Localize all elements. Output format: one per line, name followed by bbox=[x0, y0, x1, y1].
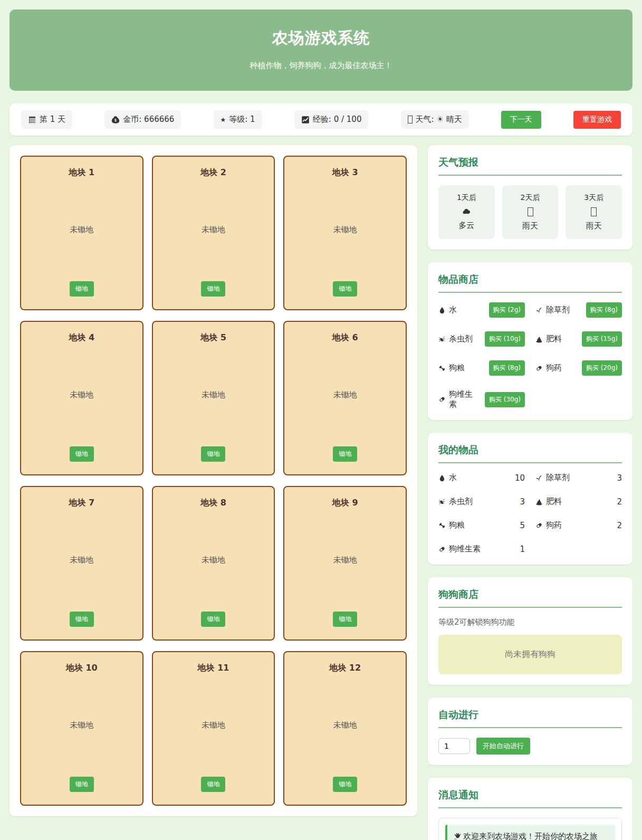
rain-tofu-icon bbox=[528, 207, 533, 216]
plot-status: 未锄地 bbox=[70, 390, 93, 400]
sidebar: 天气预报 1天后 多云 2天后 雨天 3天后 雨天 bbox=[428, 145, 633, 840]
hoe-button[interactable]: 锄地 bbox=[333, 281, 357, 297]
plot-status: 未锄地 bbox=[333, 720, 357, 730]
herb-icon bbox=[535, 307, 543, 314]
day-counter: 第 1 天 bbox=[21, 110, 72, 129]
shop-item-name: 狗粮 bbox=[449, 363, 465, 373]
plot-status: 未锄地 bbox=[202, 720, 225, 730]
reset-game-button[interactable]: 重置游戏 bbox=[573, 111, 621, 129]
shop-item-name: 水 bbox=[449, 305, 457, 315]
auto-days-input[interactable] bbox=[438, 738, 470, 754]
hoe-button[interactable]: 锄地 bbox=[70, 446, 94, 462]
messages-card: 消息通知 欢迎来到农场游戏！开始你的农场之旅吧！ bbox=[428, 778, 633, 840]
pill-icon bbox=[535, 365, 543, 372]
plot-status: 未锄地 bbox=[333, 225, 357, 235]
shop-item-water: 水 购买 (2g) bbox=[438, 302, 525, 318]
shop-item-name: 杀虫剂 bbox=[449, 334, 473, 344]
inventory-item-name: 狗维生素 bbox=[449, 544, 481, 554]
plot-title: 地块 2 bbox=[200, 167, 226, 178]
dog-empty-state: 尚未拥有狗狗 bbox=[438, 635, 622, 674]
plot-title: 地块 5 bbox=[200, 332, 226, 343]
plot-title: 地块 3 bbox=[332, 167, 358, 178]
weather-status-label: 天气: ☀ 晴天 bbox=[416, 114, 462, 125]
plot-card-1: 地块 1 未锄地 锄地 bbox=[20, 156, 143, 310]
hoe-button[interactable]: 锄地 bbox=[201, 281, 225, 297]
hoe-button[interactable]: 锄地 bbox=[201, 446, 225, 462]
hoe-button[interactable]: 锄地 bbox=[333, 446, 357, 462]
plot-title: 地块 6 bbox=[332, 332, 358, 343]
shop-item-dogfood: 狗粮 购买 (8g) bbox=[438, 360, 525, 376]
messages-title: 消息通知 bbox=[438, 788, 622, 808]
star-icon: ★ bbox=[221, 116, 226, 123]
hoe-button[interactable]: 锄地 bbox=[70, 281, 94, 297]
bone-icon bbox=[438, 365, 446, 372]
forecast-box-day1: 1天后 多云 bbox=[438, 185, 495, 239]
inventory-item-name: 狗药 bbox=[546, 520, 562, 530]
buy-dogvitamin-button[interactable]: 购买 (30g) bbox=[485, 392, 525, 407]
chart-icon bbox=[301, 116, 310, 124]
shop-item-herbicide: 除草剂 购买 (8g) bbox=[535, 302, 622, 318]
plot-status: 未锄地 bbox=[202, 555, 225, 565]
shop-item-insecticide: 杀虫剂 购买 (10g) bbox=[438, 331, 525, 347]
message-list: 欢迎来到农场游戏！开始你的农场之旅吧！ bbox=[438, 818, 622, 840]
shop-item-dogmedicine: 狗药 购买 (20g) bbox=[535, 360, 622, 376]
plot-title: 地块 9 bbox=[332, 498, 358, 509]
inventory-grid: 水 10 除草剂 3 杀虫剂 3 肥料 2 狗粮 5 bbox=[438, 473, 622, 554]
money-bag-icon bbox=[111, 116, 120, 124]
bug-icon bbox=[438, 336, 446, 343]
inventory-item-name: 水 bbox=[449, 473, 457, 483]
exp-counter: 经验: 0 / 100 bbox=[294, 110, 369, 129]
plot-title: 地块 7 bbox=[69, 498, 94, 509]
plot-card-7: 地块 7 未锄地 锄地 bbox=[20, 486, 143, 641]
inventory-title: 我的物品 bbox=[438, 443, 622, 463]
auto-progress-title: 自动进行 bbox=[438, 708, 622, 728]
next-day-button[interactable]: 下一天 bbox=[501, 111, 541, 129]
water-drop-icon bbox=[438, 474, 446, 482]
forecast-condition: 多云 bbox=[458, 221, 474, 231]
hoe-button[interactable]: 锄地 bbox=[333, 612, 357, 627]
plot-card-6: 地块 6 未锄地 锄地 bbox=[283, 321, 407, 475]
gold-counter-label: 金币: 666666 bbox=[123, 114, 174, 125]
buy-fertilizer-button[interactable]: 购买 (15g) bbox=[582, 331, 622, 347]
item-shop-card: 物品商店 水 购买 (2g) 除草剂 购买 (8g) 杀虫剂 购买 (10g) … bbox=[428, 262, 633, 420]
forecast-condition: 雨天 bbox=[586, 221, 602, 231]
buy-herbicide-button[interactable]: 购买 (8g) bbox=[586, 302, 622, 318]
start-auto-button[interactable]: 开始自动进行 bbox=[476, 738, 530, 755]
level-counter-label: 等级: 1 bbox=[229, 114, 255, 125]
forecast-day-label: 1天后 bbox=[457, 193, 476, 203]
plot-card-4: 地块 4 未锄地 锄地 bbox=[20, 321, 143, 475]
plot-card-12: 地块 12 未锄地 锄地 bbox=[283, 651, 407, 806]
inventory-item-count: 3 bbox=[617, 473, 622, 483]
buy-dogfood-button[interactable]: 购买 (8g) bbox=[489, 360, 525, 376]
hoe-button[interactable]: 锄地 bbox=[201, 612, 225, 627]
buy-insecticide-button[interactable]: 购买 (10g) bbox=[485, 331, 525, 347]
buy-water-button[interactable]: 购买 (2g) bbox=[489, 302, 525, 318]
plot-title: 地块 12 bbox=[329, 663, 361, 674]
gold-counter: 金币: 666666 bbox=[104, 110, 181, 129]
inventory-item-herbicide: 除草剂 3 bbox=[535, 473, 622, 483]
plot-title: 地块 10 bbox=[66, 663, 98, 674]
shop-item-dogvitamin: 狗维生素 购买 (30g) bbox=[438, 389, 525, 409]
inventory-item-count: 3 bbox=[520, 497, 525, 507]
level-counter: ★ 等级: 1 bbox=[214, 110, 262, 129]
plot-card-5: 地块 5 未锄地 锄地 bbox=[152, 321, 275, 475]
thermometer-tofu-icon bbox=[408, 116, 413, 123]
inventory-item-count: 1 bbox=[520, 545, 525, 554]
hoe-button[interactable]: 锄地 bbox=[333, 777, 357, 792]
inventory-item-dogfood: 狗粮 5 bbox=[438, 520, 525, 530]
plot-title: 地块 11 bbox=[198, 663, 229, 674]
farm-plots-panel: 地块 1 未锄地 锄地 地块 2 未锄地 锄地 地块 3 未锄地 锄地 地块 4… bbox=[9, 145, 417, 816]
plots-grid: 地块 1 未锄地 锄地 地块 2 未锄地 锄地 地块 3 未锄地 锄地 地块 4… bbox=[20, 156, 407, 806]
item-shop-title: 物品商店 bbox=[438, 273, 622, 293]
page-subtitle: 种植作物，饲养狗狗，成为最佳农场主！ bbox=[20, 61, 622, 71]
hoe-button[interactable]: 锄地 bbox=[70, 777, 94, 792]
inventory-item-name: 狗粮 bbox=[449, 520, 465, 530]
forecast-condition: 雨天 bbox=[522, 221, 538, 231]
buy-dogmedicine-button[interactable]: 购买 (20g) bbox=[582, 360, 622, 376]
day-counter-label: 第 1 天 bbox=[40, 114, 65, 125]
hoe-button[interactable]: 锄地 bbox=[70, 612, 94, 627]
inventory-item-dogmedicine: 狗药 2 bbox=[535, 520, 622, 530]
hoe-button[interactable]: 锄地 bbox=[201, 777, 225, 792]
waving-hand-icon bbox=[454, 833, 461, 840]
plot-card-9: 地块 9 未锄地 锄地 bbox=[283, 486, 407, 641]
